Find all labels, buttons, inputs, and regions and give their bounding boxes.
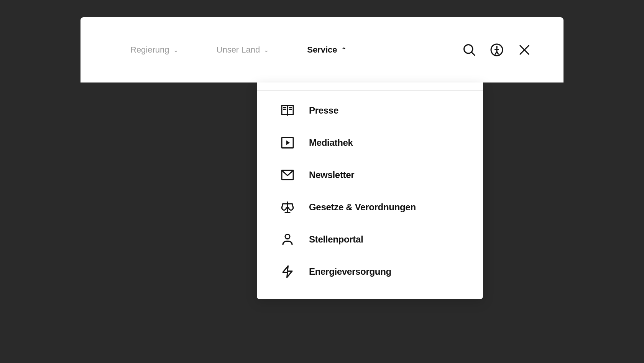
svg-point-0: [464, 45, 473, 54]
svg-marker-15: [286, 140, 290, 145]
video-icon: [280, 135, 295, 150]
nav-item-unser-land[interactable]: Unser Land ⌄: [197, 41, 288, 59]
gesetze-label: Gesetze & Verordnungen: [309, 202, 416, 213]
dropdown-item-energieversorgung[interactable]: Energieversorgung: [257, 256, 483, 288]
navbar: Regierung ⌄ Unser Land ⌄ Service ⌃: [80, 17, 564, 82]
navbar-inner: Regierung ⌄ Unser Land ⌄ Service ⌃: [111, 41, 533, 59]
svg-line-21: [292, 204, 293, 208]
chevron-up-icon-service: ⌃: [341, 46, 346, 54]
close-button[interactable]: [516, 41, 533, 58]
scale-icon: [280, 200, 295, 215]
lightning-icon: [280, 264, 295, 279]
nav-item-service[interactable]: Service ⌃: [288, 41, 365, 59]
person-icon: [280, 232, 295, 247]
nav-label-service: Service: [307, 45, 337, 55]
mediathek-label: Mediathek: [309, 137, 353, 148]
nav-item-regierung[interactable]: Regierung ⌄: [111, 41, 197, 59]
search-button[interactable]: [461, 41, 478, 58]
mail-icon: [280, 167, 295, 183]
close-icon: [518, 43, 531, 57]
svg-point-22: [285, 234, 290, 239]
dropdown-item-mediathek[interactable]: Mediathek: [257, 127, 483, 159]
presse-label: Presse: [309, 105, 338, 116]
dropdown-item-stellenportal[interactable]: Stellenportal: [257, 223, 483, 256]
svg-line-1: [472, 52, 475, 56]
dropdown-item-gesetze[interactable]: Gesetze & Verordnungen: [257, 191, 483, 223]
svg-line-7: [497, 52, 499, 55]
newsletter-label: Newsletter: [309, 170, 354, 180]
svg-point-3: [496, 46, 498, 48]
search-icon: [462, 43, 476, 57]
nav-label-unser-land: Unser Land: [217, 45, 260, 55]
dropdown-separator: [257, 90, 483, 91]
nav-icons: [461, 41, 533, 58]
stellenportal-label: Stellenportal: [309, 234, 363, 245]
dropdown-item-presse[interactable]: Presse: [257, 94, 483, 127]
chevron-down-icon-unser-land: ⌄: [264, 46, 269, 54]
service-dropdown: Presse Mediathek Newsletter: [257, 82, 483, 299]
accessibility-icon: [490, 43, 504, 57]
chevron-down-icon-regierung: ⌄: [173, 46, 178, 54]
energieversorgung-label: Energieversorgung: [309, 266, 391, 277]
svg-line-20: [282, 204, 283, 208]
book-open-icon: [280, 103, 295, 118]
accessibility-button[interactable]: [488, 41, 505, 58]
dropdown-item-newsletter[interactable]: Newsletter: [257, 159, 483, 191]
page-wrapper: Regierung ⌄ Unser Land ⌄ Service ⌃: [0, 0, 644, 363]
nav-label-regierung: Regierung: [130, 45, 169, 55]
